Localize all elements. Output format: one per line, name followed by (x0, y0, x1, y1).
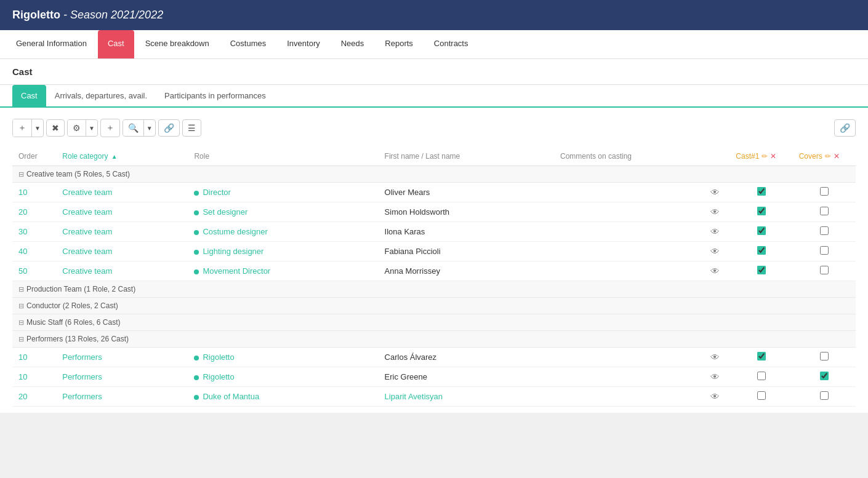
role-link[interactable]: Rigoletto (203, 372, 234, 381)
role-link[interactable]: Director (203, 188, 231, 197)
cell-cast1[interactable] (729, 367, 792, 387)
covers-checkbox[interactable] (820, 207, 829, 215)
tab-inventory[interactable]: Inventory (277, 30, 329, 58)
name-link[interactable]: Liparit Avetisyan (385, 392, 443, 401)
settings-button[interactable]: ⚙ (68, 120, 86, 136)
cell-covers[interactable] (793, 367, 856, 387)
cell-role[interactable]: Movement Director (188, 261, 378, 281)
eye-icon[interactable]: 👁 (710, 266, 720, 276)
eye-icon[interactable]: 👁 (710, 226, 720, 237)
covers-checkbox[interactable] (820, 352, 829, 360)
covers-checkbox[interactable] (820, 391, 829, 400)
role-link[interactable]: Movement Director (203, 266, 270, 276)
cast1-checkbox[interactable] (757, 391, 766, 400)
cell-cast1[interactable] (729, 183, 792, 202)
cell-role[interactable]: Rigoletto (188, 367, 378, 387)
role-link[interactable]: Duke of Mantua (203, 392, 259, 401)
eye-icon[interactable]: 👁 (710, 207, 720, 217)
covers-checkbox[interactable] (820, 246, 829, 255)
cell-covers[interactable] (793, 348, 856, 367)
cell-covers[interactable] (793, 261, 856, 281)
eye-icon[interactable]: 👁 (710, 391, 720, 402)
covers-checkbox[interactable] (820, 187, 829, 196)
cell-role[interactable]: Duke of Mantua (188, 387, 378, 407)
eye-icon[interactable]: 👁 (710, 352, 720, 362)
cell-role[interactable]: Director (188, 183, 378, 202)
covers-delete-icon[interactable]: ✕ (834, 152, 840, 161)
expand-icon[interactable]: ⊟ (18, 319, 24, 326)
cell-covers[interactable] (793, 242, 856, 261)
covers-checkbox[interactable] (820, 226, 829, 235)
cell-cast1[interactable] (729, 261, 792, 281)
cell-eye[interactable]: 👁 (701, 202, 730, 222)
cell-cast1[interactable] (729, 387, 792, 407)
tab-needs[interactable]: Needs (331, 30, 374, 58)
cell-role[interactable]: Rigoletto (188, 348, 378, 367)
covers-checkbox[interactable] (820, 266, 829, 274)
search-button[interactable]: 🔍 (123, 120, 144, 136)
cast1-checkbox[interactable] (757, 246, 766, 255)
eye-icon[interactable]: 👁 (710, 246, 720, 257)
tab-cast[interactable]: Cast (98, 30, 134, 58)
group-row-production[interactable]: ⊟Production Team (1 Role, 2 Cast) (12, 281, 856, 298)
add-button[interactable]: ＋ (13, 119, 32, 137)
eye-icon[interactable]: 👁 (710, 187, 720, 197)
cell-name[interactable]: Liparit Avetisyan (379, 387, 554, 407)
cell-eye[interactable]: 👁 (701, 348, 730, 367)
tab-contracts[interactable]: Contracts (424, 30, 478, 58)
cell-covers[interactable] (793, 222, 856, 242)
sub-tab-cast[interactable]: Cast (12, 85, 46, 106)
expand-icon[interactable]: ⊟ (18, 302, 24, 309)
cell-covers[interactable] (793, 183, 856, 202)
external-link-button[interactable]: 🔗 (834, 119, 856, 137)
cell-cast1[interactable] (729, 202, 792, 222)
covers-edit-icon[interactable]: ✏ (825, 152, 831, 161)
expand-icon[interactable]: ⊟ (18, 170, 24, 178)
role-link[interactable]: Costume designer (203, 227, 268, 236)
cell-cast1[interactable] (729, 348, 792, 367)
cast1-checkbox[interactable] (757, 226, 766, 235)
role-link[interactable]: Lighting designer (203, 247, 263, 256)
cell-covers[interactable] (793, 202, 856, 222)
expand-icon[interactable]: ⊟ (18, 335, 24, 343)
group-row-creative[interactable]: ⊟Creative team (5 Roles, 5 Cast) (12, 166, 856, 183)
cast1-edit-icon[interactable]: ✏ (762, 152, 768, 161)
cell-eye[interactable]: 👁 (701, 367, 730, 387)
tab-scene[interactable]: Scene breakdown (135, 30, 219, 58)
cell-cast1[interactable] (729, 222, 792, 242)
cell-eye[interactable]: 👁 (701, 183, 730, 202)
cell-eye[interactable]: 👁 (701, 242, 730, 261)
col-header-role-cat[interactable]: Role category ▲ (56, 147, 188, 166)
group-row-conductor[interactable]: ⊟Conductor (2 Roles, 2 Cast) (12, 298, 856, 314)
cell-role[interactable]: Costume designer (188, 222, 378, 242)
cell-cast1[interactable] (729, 242, 792, 261)
cell-covers[interactable] (793, 387, 856, 407)
role-link[interactable]: Rigoletto (203, 353, 234, 362)
sub-tab-arrivals[interactable]: Arrivals, departures, avail. (46, 85, 156, 106)
delete-button[interactable]: ✖ (46, 119, 65, 137)
eye-icon[interactable]: 👁 (710, 372, 720, 382)
list-button[interactable]: ☰ (182, 119, 201, 137)
cast1-checkbox[interactable] (757, 187, 766, 196)
role-link[interactable]: Set designer (203, 207, 247, 217)
cell-role[interactable]: Lighting designer (188, 242, 378, 261)
insert-button[interactable]: ＋ (100, 119, 120, 137)
cell-eye[interactable]: 👁 (701, 222, 730, 242)
cell-eye[interactable]: 👁 (701, 261, 730, 281)
tab-general[interactable]: General Information (6, 30, 97, 58)
link-button[interactable]: 🔗 (158, 119, 180, 137)
expand-icon[interactable]: ⊟ (18, 285, 24, 293)
cast1-checkbox[interactable] (757, 352, 766, 360)
tab-costumes[interactable]: Costumes (220, 30, 276, 58)
cast1-checkbox[interactable] (757, 372, 766, 380)
group-row-performers[interactable]: ⊟Performers (13 Roles, 26 Cast) (12, 331, 856, 348)
cell-eye[interactable]: 👁 (701, 387, 730, 407)
covers-checkbox[interactable] (820, 372, 829, 380)
cast1-delete-icon[interactable]: ✕ (770, 152, 776, 161)
search-dropdown-button[interactable]: ▼ (144, 122, 155, 135)
group-row-music[interactable]: ⊟Music Staff (6 Roles, 6 Cast) (12, 314, 856, 331)
tab-reports[interactable]: Reports (375, 30, 423, 58)
settings-dropdown-button[interactable]: ▼ (86, 122, 97, 135)
cast1-checkbox[interactable] (757, 266, 766, 274)
cell-role[interactable]: Set designer (188, 202, 378, 222)
